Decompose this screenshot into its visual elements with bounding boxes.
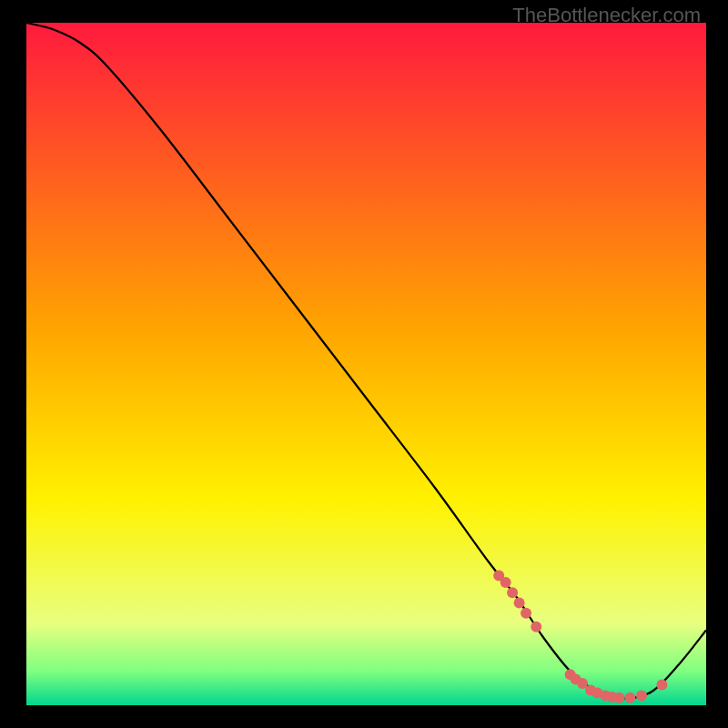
watermark-text: TheBottlenecker.com bbox=[512, 4, 701, 27]
data-point bbox=[531, 622, 541, 632]
data-point bbox=[514, 598, 525, 609]
data-point bbox=[624, 693, 635, 703]
data-point bbox=[507, 587, 518, 598]
data-point bbox=[636, 691, 647, 702]
data-point bbox=[613, 693, 624, 703]
plot-background bbox=[26, 23, 706, 705]
data-point bbox=[656, 680, 667, 691]
bottleneck-chart: TheBottlenecker.com bbox=[0, 0, 728, 728]
chart-svg bbox=[0, 0, 728, 728]
data-point bbox=[521, 608, 531, 619]
data-point bbox=[500, 577, 511, 588]
